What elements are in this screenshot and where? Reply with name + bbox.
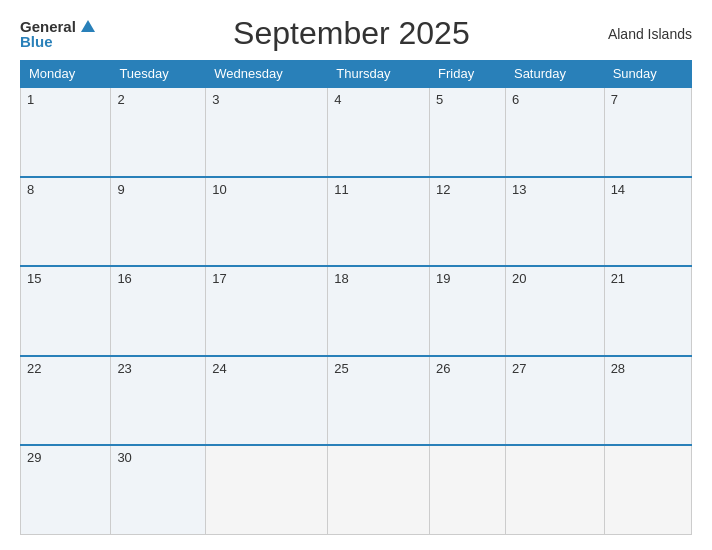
calendar-cell: 9 (111, 177, 206, 267)
day-number: 28 (611, 361, 625, 376)
day-number: 4 (334, 92, 341, 107)
calendar-cell: 16 (111, 266, 206, 356)
calendar-cell: 10 (206, 177, 328, 267)
header-friday: Friday (430, 61, 506, 88)
day-number: 1 (27, 92, 34, 107)
calendar-cell: 20 (505, 266, 604, 356)
day-number: 21 (611, 271, 625, 286)
calendar-table: Monday Tuesday Wednesday Thursday Friday… (20, 60, 692, 535)
day-number: 29 (27, 450, 41, 465)
day-number: 22 (27, 361, 41, 376)
calendar-week-5: 2930 (21, 445, 692, 535)
day-number: 23 (117, 361, 131, 376)
calendar-header: Monday Tuesday Wednesday Thursday Friday… (21, 61, 692, 88)
header-tuesday: Tuesday (111, 61, 206, 88)
calendar-cell: 21 (604, 266, 691, 356)
day-number: 12 (436, 182, 450, 197)
calendar-cell: 19 (430, 266, 506, 356)
calendar-body: 1234567891011121314151617181920212223242… (21, 87, 692, 535)
calendar-cell: 30 (111, 445, 206, 535)
day-number: 10 (212, 182, 226, 197)
day-number: 27 (512, 361, 526, 376)
calendar-week-2: 891011121314 (21, 177, 692, 267)
calendar-cell (505, 445, 604, 535)
day-number: 14 (611, 182, 625, 197)
day-number: 18 (334, 271, 348, 286)
day-number: 11 (334, 182, 348, 197)
calendar-cell: 15 (21, 266, 111, 356)
calendar-cell: 11 (328, 177, 430, 267)
calendar-cell: 6 (505, 87, 604, 177)
calendar-cell (430, 445, 506, 535)
day-number: 25 (334, 361, 348, 376)
day-number: 6 (512, 92, 519, 107)
calendar-cell: 3 (206, 87, 328, 177)
calendar-cell: 25 (328, 356, 430, 446)
day-number: 5 (436, 92, 443, 107)
calendar-cell: 17 (206, 266, 328, 356)
calendar-cell: 13 (505, 177, 604, 267)
day-number: 9 (117, 182, 124, 197)
calendar-cell: 4 (328, 87, 430, 177)
day-number: 17 (212, 271, 226, 286)
day-number: 7 (611, 92, 618, 107)
page-header: General Blue September 2025 Aland Island… (20, 15, 692, 52)
day-number: 24 (212, 361, 226, 376)
day-number: 3 (212, 92, 219, 107)
calendar-cell: 14 (604, 177, 691, 267)
calendar-cell: 5 (430, 87, 506, 177)
calendar-cell: 22 (21, 356, 111, 446)
calendar-cell (206, 445, 328, 535)
calendar-cell: 27 (505, 356, 604, 446)
day-number: 19 (436, 271, 450, 286)
header-row: Monday Tuesday Wednesday Thursday Friday… (21, 61, 692, 88)
day-number: 13 (512, 182, 526, 197)
header-monday: Monday (21, 61, 111, 88)
calendar-title: September 2025 (233, 15, 470, 52)
day-number: 15 (27, 271, 41, 286)
calendar-cell: 12 (430, 177, 506, 267)
calendar-cell: 18 (328, 266, 430, 356)
day-number: 8 (27, 182, 34, 197)
calendar-cell: 2 (111, 87, 206, 177)
header-saturday: Saturday (505, 61, 604, 88)
day-number: 20 (512, 271, 526, 286)
calendar-week-3: 15161718192021 (21, 266, 692, 356)
day-number: 26 (436, 361, 450, 376)
logo-blue-text: Blue (20, 34, 53, 49)
day-number: 16 (117, 271, 131, 286)
logo: General Blue (20, 19, 95, 49)
day-number: 2 (117, 92, 124, 107)
header-wednesday: Wednesday (206, 61, 328, 88)
calendar-cell: 28 (604, 356, 691, 446)
logo-general-text: General (20, 19, 76, 34)
calendar-cell: 29 (21, 445, 111, 535)
calendar-cell: 24 (206, 356, 328, 446)
day-number: 30 (117, 450, 131, 465)
calendar-cell: 23 (111, 356, 206, 446)
calendar-cell (604, 445, 691, 535)
calendar-week-1: 1234567 (21, 87, 692, 177)
region-label: Aland Islands (608, 26, 692, 42)
logo-triangle-icon (81, 20, 95, 32)
calendar-cell: 7 (604, 87, 691, 177)
header-sunday: Sunday (604, 61, 691, 88)
calendar-week-4: 22232425262728 (21, 356, 692, 446)
calendar-cell: 26 (430, 356, 506, 446)
calendar-cell (328, 445, 430, 535)
calendar-cell: 8 (21, 177, 111, 267)
calendar-cell: 1 (21, 87, 111, 177)
header-thursday: Thursday (328, 61, 430, 88)
